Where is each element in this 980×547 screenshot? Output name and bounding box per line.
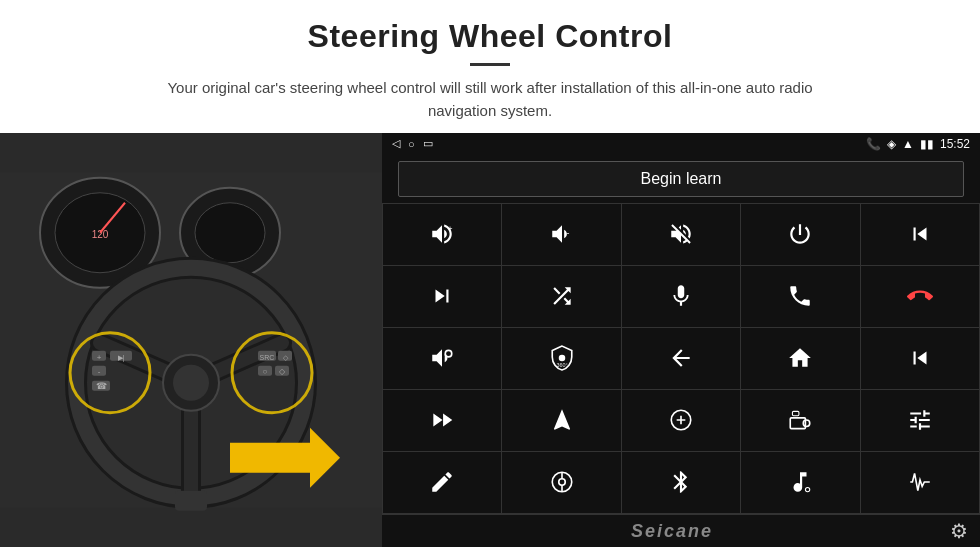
equalizer-button[interactable]	[622, 390, 740, 451]
begin-learn-button[interactable]: Begin learn	[398, 161, 964, 197]
vol-mute-button[interactable]	[622, 204, 740, 265]
svg-text:☎: ☎	[96, 380, 107, 390]
svg-text:+: +	[448, 224, 453, 234]
title-divider	[470, 63, 510, 66]
statusbar-nav: ◁ ○ ▭	[392, 137, 433, 150]
hang-up-button[interactable]	[861, 266, 979, 327]
wifi-icon: ▲	[902, 137, 914, 151]
svg-point-6	[195, 202, 265, 262]
edit-button[interactable]	[383, 452, 501, 513]
signal-icon: ▮▮	[920, 137, 934, 151]
vol-down-button[interactable]: -	[502, 204, 620, 265]
vol-up-button[interactable]: +	[383, 204, 501, 265]
camera360-button[interactable]: 360°	[502, 328, 620, 389]
brand-label: Seicane	[394, 521, 950, 542]
back-button[interactable]	[622, 328, 740, 389]
music-settings-button[interactable]	[741, 452, 859, 513]
steering-wheel-image: 120	[0, 133, 382, 548]
nav-back-icon[interactable]: ◁	[392, 137, 400, 150]
svg-text:○: ○	[263, 366, 268, 375]
svg-point-38	[804, 420, 811, 427]
phone-prev-button[interactable]	[861, 204, 979, 265]
phone-status-icon: 📞	[866, 137, 881, 151]
svg-text:-: -	[98, 366, 101, 375]
shuffle-button[interactable]	[502, 266, 620, 327]
phone-button[interactable]	[741, 266, 859, 327]
page-title: Steering Wheel Control	[40, 18, 940, 55]
nav-recent-icon[interactable]: ▭	[423, 137, 433, 150]
svg-text:+: +	[97, 352, 102, 361]
mic-button[interactable]	[622, 266, 740, 327]
power-button[interactable]	[741, 204, 859, 265]
svg-point-41	[558, 479, 565, 486]
navigation-button[interactable]	[502, 390, 620, 451]
radio-button[interactable]	[741, 390, 859, 451]
settings-sliders-button[interactable]	[861, 390, 979, 451]
svg-text:120: 120	[92, 228, 109, 239]
steering-assist-button[interactable]	[502, 452, 620, 513]
header-section: Steering Wheel Control Your original car…	[0, 0, 980, 133]
android-panel: ◁ ○ ▭ 📞 ◈ ▲ ▮▮ 15:52 Begin learn	[382, 133, 980, 548]
svg-point-34	[558, 355, 565, 362]
horn-button[interactable]	[383, 328, 501, 389]
subtitle-text: Your original car's steering wheel contr…	[140, 76, 840, 123]
location-icon: ◈	[887, 137, 896, 151]
skip-prev2-button[interactable]	[861, 328, 979, 389]
time-display: 15:52	[940, 137, 970, 151]
svg-text:-: -	[566, 227, 569, 238]
svg-point-33	[445, 351, 452, 358]
svg-point-44	[806, 488, 810, 492]
svg-rect-39	[793, 412, 800, 416]
svg-rect-30	[175, 490, 207, 510]
settings-gear-icon[interactable]: ⚙	[950, 519, 968, 543]
svg-text:▶|: ▶|	[118, 353, 125, 361]
svg-text:360°: 360°	[556, 362, 567, 368]
icon-grid: + -	[382, 203, 980, 515]
android-statusbar: ◁ ○ ▭ 📞 ◈ ▲ ▮▮ 15:52	[382, 133, 980, 155]
nav-home-icon[interactable]: ○	[408, 138, 415, 150]
page-container: Steering Wheel Control Your original car…	[0, 0, 980, 547]
waveform-button[interactable]	[861, 452, 979, 513]
bluetooth-button[interactable]	[622, 452, 740, 513]
begin-learn-row: Begin learn	[382, 155, 980, 203]
bottom-bar: Seicane ⚙	[382, 514, 980, 547]
svg-point-10	[173, 364, 209, 400]
svg-text:◇: ◇	[279, 366, 286, 375]
skip-next-button[interactable]	[383, 266, 501, 327]
content-row: 120	[0, 133, 980, 548]
svg-text:SRC: SRC	[260, 353, 275, 360]
fast-forward-button[interactable]	[383, 390, 501, 451]
home-button[interactable]	[741, 328, 859, 389]
statusbar-right: 📞 ◈ ▲ ▮▮ 15:52	[866, 137, 970, 151]
steering-wheel-svg: 120	[0, 133, 382, 548]
